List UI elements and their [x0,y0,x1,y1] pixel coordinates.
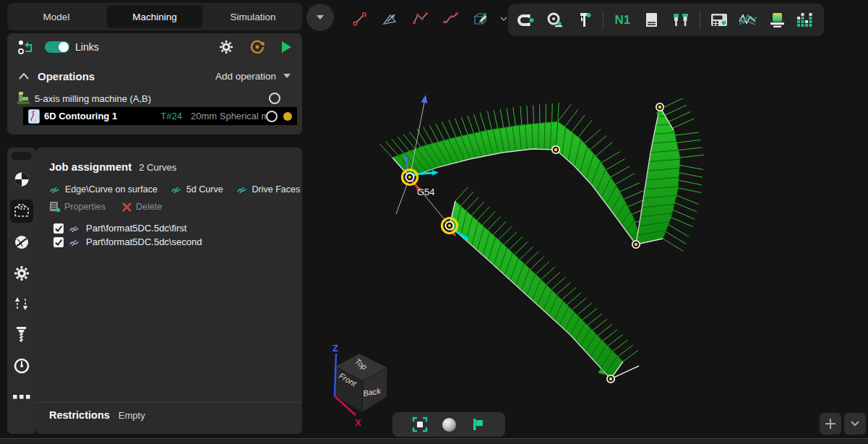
workpiece-sheet-button[interactable] [639,8,663,33]
operation-enable-radio[interactable] [266,111,278,122]
machine-control-button[interactable] [707,8,731,33]
check-icon [54,238,63,247]
drive-surface-1c[interactable] [636,98,704,251]
restrictions-section[interactable]: Restrictions Empty [49,409,145,421]
operation-row-contouring[interactable]: 6D Contouring 1 T#24 20mm Spherical m [23,107,297,125]
links-label: Links [75,41,99,53]
links-icon [17,39,35,55]
job-assignment-count: 2 Curves [139,162,176,173]
tab-model[interactable]: Model [9,5,104,28]
tab-machining[interactable]: Machining [107,5,202,28]
sidebar-item-job-assignment[interactable] [7,200,36,223]
tool-stack-button[interactable] [765,8,789,33]
tool-stack-icon [767,11,787,30]
zoom-fit-icon [412,417,428,432]
add-drive-faces-button[interactable]: Drive Faces [236,184,301,195]
curve-point[interactable] [607,375,614,383]
drive-surface-2-normals [455,187,638,362]
approach-return-icon [14,296,30,312]
spline-icon [442,10,460,27]
add-view-button[interactable] [820,413,841,435]
spline-tool-button[interactable] [439,7,463,30]
snap-button[interactable] [514,8,538,33]
operation-machine-label: 5-axis milling machine (A,B) [35,93,151,104]
statistics-icon [796,11,816,30]
tab-simulation[interactable]: Simulation [205,5,301,28]
polyline-tool-button[interactable] [409,7,432,30]
calculator-icon [709,11,729,30]
run-operation-icon[interactable] [281,40,292,54]
nav-cube[interactable]: TopFrontBackZX [332,343,387,428]
curve-icon [69,223,81,234]
operation-status-dot [283,112,292,121]
statistics-button[interactable] [794,8,818,33]
curve-point[interactable] [632,241,640,248]
graphs-button[interactable] [736,8,760,33]
line-icon [351,10,369,27]
operation-row-machine[interactable]: 5-axis milling machine (A,B) [17,90,299,107]
measure-button[interactable] [543,8,567,33]
gcode-button[interactable]: N1 [610,8,635,33]
add-operation-button[interactable]: Add operation [215,71,291,82]
drive-surface-2[interactable] [450,187,638,379]
caret-down-icon [283,74,291,78]
operation-enable-radio[interactable] [269,93,280,104]
caliper-button[interactable] [572,8,596,33]
axis-z-label: Z [332,343,338,354]
sidebar-item-workpiece[interactable] [7,168,36,191]
line-tool-button[interactable] [348,7,371,30]
curve-list-item[interactable]: Part\format5DC.5dc\second [53,236,202,247]
curve-point[interactable] [656,103,663,111]
checkbox-checked[interactable] [53,223,64,234]
sheet-icon [642,11,661,30]
contouring-operation-icon [28,109,40,124]
add-edge-curve-button[interactable]: Edge\Curve on surface [49,184,158,195]
sphere-icon [442,418,456,432]
chevron-down-icon[interactable] [500,17,507,22]
flag-button[interactable] [469,416,486,433]
job-assignment-panel: Job assignment 2 Curves Edge\Curve on su… [36,148,302,434]
gear-icon[interactable] [219,40,233,54]
sidebar-item-strategy[interactable] [7,231,36,254]
sidebar-item-tool[interactable] [7,323,36,346]
curve-list-item[interactable]: Part\format5DC.5dc\first [53,223,186,234]
links-toggle[interactable] [45,41,69,53]
divider [36,402,302,403]
operation-tool-number: T#24 [160,111,182,121]
sketch-on-solid-button[interactable] [470,7,493,30]
recalculate-icon[interactable] [249,39,265,55]
axis-x-label: X [355,417,361,428]
gauge-icon [14,358,30,374]
operation-name: 6D Contouring 1 [44,111,117,121]
plus-icon [825,419,835,429]
quick-menu-button[interactable] [306,4,334,31]
chevron-down-icon [316,14,325,20]
workpiece-icon [14,171,30,187]
tooling-button[interactable] [669,8,693,33]
toolbar-separator [603,11,603,30]
sidebar-item-feeds[interactable] [7,354,36,377]
zoom-fit-button[interactable] [411,416,429,433]
surface-arrow-tool-button[interactable] [379,7,402,30]
flag-icon [471,417,484,432]
sidebar-item-approach-return[interactable] [7,292,36,315]
job-assignment-icon [14,204,30,218]
checkbox-checked[interactable] [53,237,64,247]
properties-button[interactable]: Properties [49,201,106,213]
mode-tabbar: Model Machining Simulation [7,3,302,30]
caliper-icon [575,11,593,30]
sidebar-item-more[interactable] [7,385,36,409]
tooling-icon [671,11,691,30]
main-toolbar: N1 [508,4,824,36]
operation-tool-desc: 20mm Spherical m [191,111,266,121]
view-list-button[interactable] [844,413,866,435]
shading-mode-button[interactable] [440,416,457,433]
curve-point[interactable] [552,146,559,153]
collapse-chevron-icon[interactable] [19,73,29,80]
sidebar-item-parameters[interactable] [7,262,36,285]
waveform-icon [738,11,758,30]
operations-title: Operations [38,70,95,82]
sidebar-handle[interactable] [12,152,32,160]
delete-button[interactable]: Delete [121,202,162,213]
add-5d-curve-button[interactable]: 5d Curve [171,184,223,195]
